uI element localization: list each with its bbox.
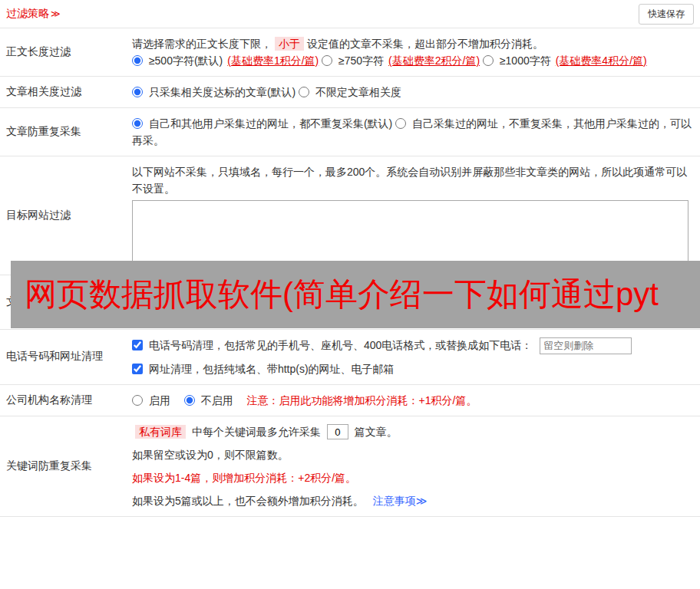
- radio-input-750chars[interactable]: [322, 55, 332, 66]
- keyword-note-five: 如果设为5篇或以上，也不会额外增加积分消耗。: [132, 495, 364, 507]
- radio-input-relevance-yes[interactable]: [132, 87, 143, 97]
- row-phone-url-clean: 电话号码和网址清理 电话号码清理，包括常见的手机号、座机号、400电话格式，或替…: [0, 330, 700, 385]
- page-title-text: 过滤策略: [6, 7, 49, 19]
- radio-option-relevance-no[interactable]: 不限定文章相关度: [299, 86, 401, 98]
- row-label-target-site: 目标网站过滤: [0, 156, 132, 275]
- keyword-limit-input[interactable]: [327, 424, 348, 439]
- row-label-content-length: 正文长度过滤: [0, 28, 132, 76]
- row-label-text: 文章防重复采集: [6, 125, 81, 139]
- checkbox-input-url-clean[interactable]: [132, 364, 143, 374]
- option-label: ≥750字符: [338, 54, 384, 67]
- option-label: 不限定文章相关度: [315, 86, 401, 98]
- row-label-text: 公司机构名称清理: [6, 393, 92, 407]
- keyword-limit-text: 中每个关键词最多允许采集: [192, 426, 321, 438]
- intro-after: 设定值的文章不采集，超出部分不增加积分消耗。: [307, 38, 543, 50]
- row-content: 私有词库 中每个关键词最多允许采集 篇文章。 如果留空或设为0，则不限篇数。 如…: [132, 416, 700, 516]
- row-target-site-filter: 目标网站过滤 以下网站不采集，只填域名，每行一个，最多200个。系统会自动识别并…: [0, 156, 700, 275]
- radio-input-relevance-no[interactable]: [299, 87, 309, 97]
- radio-option-relevance-yes[interactable]: 只采集相关度达标的文章(默认): [132, 86, 299, 98]
- row-label-text: 关键词防重复采集: [6, 459, 92, 473]
- checkbox-option-phone-clean[interactable]: 电话号码清理，包括常见的手机号、座机号、400电话格式，或替换成如下电话：: [132, 339, 535, 351]
- replacement-phone-input[interactable]: [540, 337, 632, 354]
- chevron-double-icon: ≫: [51, 8, 61, 19]
- option-rate-note: (基础费率4积分/篇): [556, 54, 647, 67]
- keyword-note-cost: 如果设为1-4篇，则增加积分消耗：+2积分/篇。: [132, 469, 694, 486]
- radio-input-company-on[interactable]: [132, 395, 143, 406]
- radio-option-company-on[interactable]: 启用: [132, 394, 173, 406]
- radio-input-1000chars[interactable]: [483, 55, 494, 66]
- option-rate-note: (基础费率1积分/篇): [227, 54, 319, 67]
- radio-option-dedup-all[interactable]: 自己和其他用户采集过的网址，都不重复采集(默认): [132, 117, 395, 130]
- row-label-text: 文章相关度过滤: [6, 85, 81, 99]
- notice-link[interactable]: 注意事项≫: [373, 495, 428, 507]
- row-content: 启用 不启用 注意：启用此功能将增加积分消耗：+1积分/篇。: [132, 385, 700, 416]
- row-content: 请选择需求的正文长度下限，小于设定值的文章不采集，超出部分不增加积分消耗。 ≥5…: [132, 28, 700, 76]
- radio-input-dedup-all[interactable]: [132, 118, 143, 129]
- option-rate-note: (基础费率2积分/篇): [388, 54, 480, 67]
- option-label: 网址清理，包括纯域名、带http(s)的网址、电子邮箱: [149, 363, 395, 375]
- radio-input-500chars[interactable]: [132, 55, 143, 66]
- row-label-text: 电话号码和网址清理: [6, 350, 103, 364]
- row-content: 只采集相关度达标的文章(默认) 不限定文章相关度: [132, 77, 700, 107]
- intro-text: 请选择需求的正文长度下限，小于设定值的文章不采集，超出部分不增加积分消耗。: [132, 35, 694, 52]
- radio-input-company-off[interactable]: [184, 395, 195, 406]
- row-label-keyword-dedup: 关键词防重复采集: [0, 416, 132, 516]
- radio-input-dedup-self[interactable]: [395, 118, 406, 129]
- watermark-text: 网页数据抓取软件(简单介绍一下如何通过pyt: [11, 273, 659, 316]
- radio-option-500chars[interactable]: ≥500字符(默认)(基础费率1积分/篇): [132, 54, 322, 67]
- option-label: 电话号码清理，包括常见的手机号、座机号、400电话格式，或替换成如下电话：: [149, 339, 532, 351]
- radio-option-company-off[interactable]: 不启用: [184, 394, 236, 406]
- option-label: 自己和其他用户采集过的网址，都不重复采集(默认): [149, 117, 392, 130]
- radio-option-1000chars[interactable]: ≥1000字符(基础费率4积分/篇): [483, 54, 647, 67]
- target-site-description: 以下网站不采集，只填域名，每行一个，最多200个。系统会自动识别并屏蔽那些非文章…: [132, 163, 694, 197]
- option-label: 不启用: [201, 394, 233, 406]
- keyword-limit-suffix: 篇文章。: [355, 426, 398, 438]
- row-relevance-filter: 文章相关度过滤 只采集相关度达标的文章(默认) 不限定文章相关度: [0, 77, 700, 108]
- row-label-dedup: 文章防重复采集: [0, 108, 132, 156]
- blocked-sites-textarea[interactable]: [132, 200, 688, 268]
- row-content: 电话号码清理，包括常见的手机号、座机号、400电话格式，或替换成如下电话： 网址…: [132, 330, 700, 384]
- intro-before: 请选择需求的正文长度下限，: [132, 38, 272, 50]
- checkbox-option-url-clean[interactable]: 网址清理，包括纯域名、带http(s)的网址、电子邮箱: [132, 363, 395, 375]
- checkbox-input-phone-clean[interactable]: [132, 340, 143, 350]
- row-label-company-clean: 公司机构名称清理: [0, 385, 132, 416]
- row-content: 自己和其他用户采集过的网址，都不重复采集(默认) 自己采集过的网址，不重复采集，…: [132, 108, 700, 156]
- row-content: 以下网站不采集，只填域名，每行一个，最多200个。系统会自动识别并屏蔽那些非文章…: [132, 156, 700, 275]
- row-content-length-filter: 正文长度过滤 请选择需求的正文长度下限，小于设定值的文章不采集，超出部分不增加积…: [0, 28, 700, 77]
- keyword-note-zero: 如果留空或设为0，则不限篇数。: [132, 446, 694, 463]
- row-label-relevance: 文章相关度过滤: [0, 77, 132, 107]
- row-keyword-dedup: 关键词防重复采集 私有词库 中每个关键词最多允许采集 篇文章。 如果留空或设为0…: [0, 416, 700, 517]
- toolbar: 过滤策略≫ 快速保存: [0, 0, 700, 28]
- quick-save-button[interactable]: 快速保存: [639, 4, 694, 25]
- option-label: ≥1000字符: [500, 54, 551, 67]
- option-label: ≥500字符(默认): [149, 54, 223, 67]
- page-title[interactable]: 过滤策略≫: [6, 7, 61, 21]
- highlight-tag-lessthan: 小于: [275, 37, 304, 51]
- row-label-text: 目标网站过滤: [6, 209, 71, 222]
- row-dedup-filter: 文章防重复采集 自己和其他用户采集过的网址，都不重复采集(默认) 自己采集过的网…: [0, 108, 700, 156]
- company-clean-warning: 注意：启用此功能将增加积分消耗：+1积分/篇。: [247, 394, 477, 406]
- row-company-clean: 公司机构名称清理 启用 不启用 注意：启用此功能将增加积分消耗：+1积分/篇。: [0, 385, 700, 416]
- radio-option-750chars[interactable]: ≥750字符(基础费率2积分/篇): [322, 54, 483, 67]
- row-label-text: 正文长度过滤: [6, 45, 71, 59]
- watermark-overlay: 网页数据抓取软件(简单介绍一下如何通过pyt: [11, 261, 700, 328]
- option-label: 只采集相关度达标的文章(默认): [149, 86, 296, 98]
- row-label-phone-url: 电话号码和网址清理: [0, 330, 132, 384]
- highlight-tag-private-lexicon: 私有词库: [135, 425, 186, 439]
- option-label: 启用: [149, 394, 170, 406]
